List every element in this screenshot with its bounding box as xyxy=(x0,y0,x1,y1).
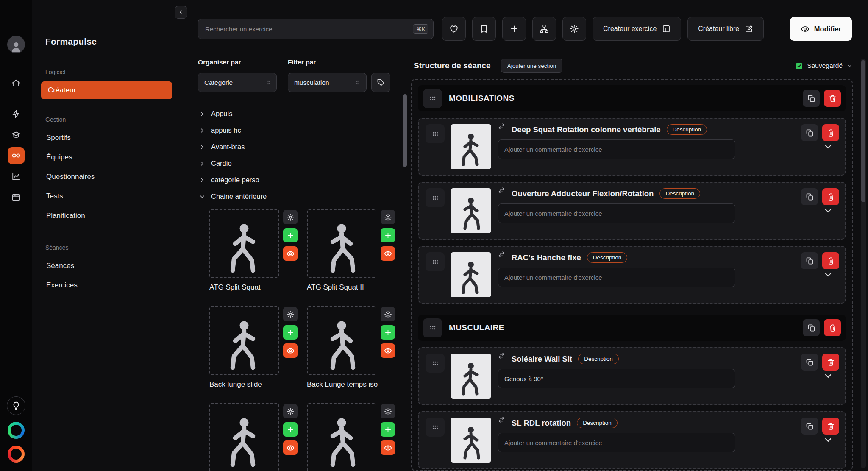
drag-handle[interactable] xyxy=(423,318,442,337)
duplicate-section-button[interactable] xyxy=(803,90,820,107)
library-exercise-card[interactable]: Back lunge slide xyxy=(209,306,298,389)
add-exercise-button[interactable] xyxy=(283,228,298,242)
drag-handle[interactable] xyxy=(423,89,442,108)
createur-libre-button[interactable]: Créateur libre xyxy=(687,17,764,41)
drag-handle[interactable] xyxy=(426,354,445,373)
drag-handle[interactable] xyxy=(426,418,445,437)
preview-exercise-button[interactable] xyxy=(283,440,298,455)
expand-exercise-button[interactable] xyxy=(823,142,833,152)
preview-exercise-button[interactable] xyxy=(283,246,298,261)
duplicate-exercise-button[interactable] xyxy=(801,354,818,371)
delete-exercise-button[interactable] xyxy=(822,354,839,371)
exercise-settings-button[interactable] xyxy=(283,307,298,321)
delete-exercise-button[interactable] xyxy=(822,124,839,141)
swap-exercise-icon[interactable] xyxy=(497,352,506,360)
modifier-button[interactable]: Modifier xyxy=(790,17,852,41)
expand-exercise-button[interactable] xyxy=(823,206,833,216)
exercise-settings-button[interactable] xyxy=(381,210,395,224)
nav-media-icon[interactable] xyxy=(8,189,25,206)
duplicate-exercise-button[interactable] xyxy=(801,188,818,205)
swap-exercise-icon[interactable] xyxy=(497,416,506,424)
collapse-sidebar-button[interactable] xyxy=(175,6,187,19)
add-button[interactable] xyxy=(502,17,526,41)
add-exercise-button[interactable] xyxy=(283,325,298,340)
add-exercise-button[interactable] xyxy=(381,228,395,242)
category-appuis-hc[interactable]: appuis hc xyxy=(198,122,398,139)
duplicate-exercise-button[interactable] xyxy=(801,252,818,269)
add-exercise-button[interactable] xyxy=(283,422,298,437)
nav-education-icon[interactable] xyxy=(8,126,25,143)
library-exercise-card[interactable]: ATG Split Squat II xyxy=(307,209,395,292)
exercise-settings-button[interactable] xyxy=(283,404,298,418)
expand-exercise-button[interactable] xyxy=(823,270,833,280)
library-exercise-card[interactable]: ATG Split Squat xyxy=(209,209,298,292)
teal-app-logo[interactable] xyxy=(8,422,25,439)
swap-exercise-icon[interactable] xyxy=(497,123,506,131)
delete-section-button[interactable] xyxy=(824,319,841,336)
nav-home-icon[interactable] xyxy=(8,75,25,92)
filter-select[interactable]: musculation xyxy=(288,73,367,92)
main-scrollbar[interactable] xyxy=(861,59,866,468)
structure-button[interactable] xyxy=(532,17,556,41)
drag-handle[interactable] xyxy=(426,124,445,143)
description-badge[interactable]: Description xyxy=(577,418,618,428)
library-exercise-card[interactable] xyxy=(307,403,395,471)
preview-exercise-button[interactable] xyxy=(283,343,298,358)
swap-exercise-icon[interactable] xyxy=(497,251,506,259)
expand-exercise-button[interactable] xyxy=(823,435,833,445)
favorites-button[interactable] xyxy=(442,17,466,41)
sidebar-item-sportifs[interactable]: Sportifs xyxy=(45,128,170,148)
duplicate-section-button[interactable] xyxy=(803,319,820,336)
category-avant-bras[interactable]: Avant-bras xyxy=(198,139,398,155)
save-status[interactable]: Sauvegardé xyxy=(795,62,853,70)
sidebar-item-exercices[interactable]: Exercices xyxy=(45,276,170,295)
main-scrollbar-thumb[interactable] xyxy=(861,60,865,202)
preview-exercise-button[interactable] xyxy=(381,246,395,261)
add-exercise-button[interactable] xyxy=(381,325,395,340)
search-input[interactable] xyxy=(205,25,409,33)
nav-zap-icon[interactable] xyxy=(8,106,25,123)
exercise-comment-input[interactable] xyxy=(498,369,735,388)
sidebar-item-questionnaires[interactable]: Questionnaires xyxy=(45,167,170,187)
createur-exercice-button[interactable]: Createur exercice xyxy=(593,17,681,41)
exercise-settings-button[interactable] xyxy=(381,404,395,418)
swap-exercise-icon[interactable] xyxy=(497,187,506,195)
add-section-button[interactable]: Ajouter une section xyxy=(501,59,563,73)
preview-exercise-button[interactable] xyxy=(381,343,395,358)
sidebar-item-seances[interactable]: Séances xyxy=(45,256,170,276)
help-lightbulb-icon[interactable] xyxy=(7,396,25,415)
organize-select[interactable]: Categorie xyxy=(198,73,277,92)
expand-exercise-button[interactable] xyxy=(823,371,833,381)
nav-infinity-icon[interactable] xyxy=(8,147,25,164)
sidebar-item-createur[interactable]: Créateur xyxy=(41,81,172,99)
settings-button[interactable] xyxy=(562,17,586,41)
duplicate-exercise-button[interactable] xyxy=(801,124,818,141)
category-categorie-perso[interactable]: catégorie perso xyxy=(198,172,398,188)
preview-exercise-button[interactable] xyxy=(381,440,395,455)
add-exercise-button[interactable] xyxy=(381,422,395,437)
exercise-comment-input[interactable] xyxy=(498,268,735,287)
avatar[interactable] xyxy=(7,36,25,53)
sidebar-item-planification[interactable]: Planification xyxy=(45,206,170,226)
delete-exercise-button[interactable] xyxy=(822,188,839,205)
description-badge[interactable]: Description xyxy=(667,124,707,135)
library-scrollbar[interactable] xyxy=(403,94,407,167)
delete-section-button[interactable] xyxy=(824,90,841,107)
orange-app-logo[interactable] xyxy=(8,446,25,463)
bookmarks-button[interactable] xyxy=(472,17,496,41)
delete-exercise-button[interactable] xyxy=(822,252,839,269)
tag-filter-button[interactable] xyxy=(371,73,390,92)
sidebar-item-tests[interactable]: Tests xyxy=(45,187,170,206)
description-badge[interactable]: Description xyxy=(587,252,628,263)
exercise-settings-button[interactable] xyxy=(381,307,395,321)
sidebar-item-equipes[interactable]: Équipes xyxy=(45,148,170,167)
exercise-comment-input[interactable] xyxy=(498,433,735,452)
library-exercise-card[interactable] xyxy=(209,403,298,471)
drag-handle[interactable] xyxy=(426,252,445,271)
category-appuis[interactable]: Appuis xyxy=(198,106,398,122)
category-chaine-anterieure[interactable]: Chaine antérieure xyxy=(198,188,398,205)
category-cardio[interactable]: Cardio xyxy=(198,155,398,172)
description-badge[interactable]: Description xyxy=(578,354,619,364)
exercise-comment-input[interactable] xyxy=(498,139,735,159)
duplicate-exercise-button[interactable] xyxy=(801,418,818,435)
